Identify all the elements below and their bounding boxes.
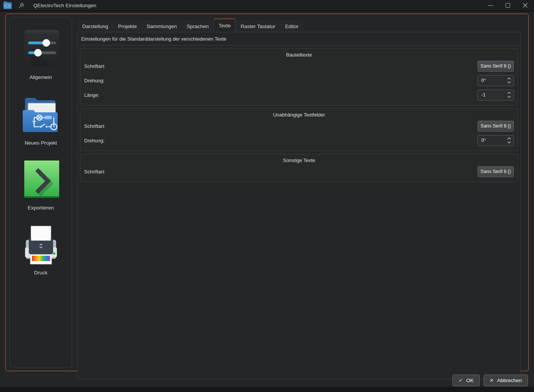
project-folder-icon bbox=[20, 95, 62, 136]
field-label: Schriftart: bbox=[84, 123, 105, 129]
sidebar-item-label: Exportieren bbox=[28, 205, 54, 211]
spinbox-value[interactable]: -1 bbox=[481, 92, 507, 98]
group-sonstige-texte: Sonstige Texte Schriftart: Sans Serif 8 … bbox=[80, 154, 518, 182]
sidebar-item-label: Allgemein bbox=[30, 74, 52, 80]
tab-darstellung[interactable]: Darstellung bbox=[77, 20, 113, 32]
font-select-button[interactable]: Sans Serif 8 () bbox=[477, 121, 514, 132]
row-drehung: Drehung: 0° bbox=[80, 133, 518, 148]
cancel-button[interactable]: ✕ Abbrechen bbox=[484, 375, 528, 386]
rotation-spinbox[interactable]: 0° bbox=[477, 135, 514, 146]
group-title: Sonstige Texte bbox=[80, 154, 518, 164]
sidebar: Allgemein bbox=[9, 17, 72, 368]
sidebar-item-neues-projekt[interactable]: Neues Projekt bbox=[10, 95, 72, 146]
sidebar-item-exportieren[interactable]: Exportieren bbox=[10, 160, 72, 211]
tab-editor[interactable]: Editor bbox=[280, 20, 303, 32]
close-icon bbox=[523, 3, 528, 8]
field-label: Länge: bbox=[84, 92, 99, 98]
export-chevron-icon bbox=[20, 160, 62, 201]
maximize-icon bbox=[506, 3, 510, 8]
up-down-chevrons-icon[interactable] bbox=[507, 137, 511, 144]
window-title: QElectroTech Einstellungen bbox=[33, 3, 96, 8]
tab-sammlungen[interactable]: Sammlungen bbox=[142, 20, 182, 32]
field-label: Drehung: bbox=[84, 138, 104, 143]
cancel-button-label: Abbrechen bbox=[497, 378, 522, 383]
field-label: Drehung: bbox=[84, 78, 104, 83]
minimize-button[interactable] bbox=[482, 0, 499, 11]
row-schriftart: Schriftart: Sans Serif 8 () bbox=[80, 59, 518, 73]
group-title: Bauteiltexte bbox=[80, 49, 518, 59]
ok-button-label: OK bbox=[466, 378, 474, 383]
group-unabhaengige-textfelder: Unabhängige Textfelder Schriftart: Sans … bbox=[80, 108, 518, 151]
field-label: Schriftart: bbox=[84, 63, 105, 69]
texte-tab-pane: Einstellungen für die Standarddarstellun… bbox=[77, 32, 521, 379]
pin-icon[interactable] bbox=[17, 2, 25, 9]
field-label: Schriftart: bbox=[84, 169, 105, 175]
up-down-chevrons-icon[interactable] bbox=[507, 91, 511, 98]
window-controls bbox=[482, 0, 534, 11]
sidebar-item-label: Neues Projekt bbox=[25, 140, 57, 146]
minimize-icon bbox=[488, 5, 493, 6]
tab-sprachen[interactable]: Sprachen bbox=[182, 20, 214, 32]
sidebar-item-druck[interactable]: Druck bbox=[10, 225, 72, 276]
settings-tabbar: Darstellung Projekte Sammlungen Sprachen… bbox=[77, 19, 525, 32]
dialog-footer: ✓ OK ✕ Abbrechen bbox=[452, 375, 528, 386]
close-button[interactable] bbox=[517, 0, 534, 11]
length-spinbox[interactable]: -1 bbox=[477, 90, 514, 101]
font-select-button[interactable]: Sans Serif 8 () bbox=[477, 61, 514, 72]
row-schriftart: Schriftart: Sans Serif 8 () bbox=[80, 119, 518, 133]
tab-projekte[interactable]: Projekte bbox=[113, 20, 142, 32]
printer-icon bbox=[20, 225, 62, 266]
titlebar: QElectroTech Einstellungen bbox=[0, 0, 534, 11]
window-bottom-edge bbox=[0, 387, 534, 392]
maximize-button[interactable] bbox=[499, 0, 517, 11]
settings-dialog-frame: Allgemein bbox=[5, 14, 529, 371]
header-separator bbox=[79, 45, 520, 46]
check-icon: ✓ bbox=[459, 378, 463, 383]
app-icon bbox=[3, 1, 12, 9]
font-select-button[interactable]: Sans Serif 8 () bbox=[477, 166, 514, 177]
spinbox-value[interactable]: 0° bbox=[481, 138, 507, 143]
spinbox-value[interactable]: 0° bbox=[481, 78, 507, 83]
sidebar-item-label: Druck bbox=[34, 270, 47, 276]
tab-texte[interactable]: Texte bbox=[214, 18, 236, 32]
row-laenge: Länge: -1 bbox=[80, 88, 518, 102]
ok-button[interactable]: ✓ OK bbox=[452, 375, 479, 386]
up-down-chevrons-icon[interactable] bbox=[507, 77, 511, 84]
row-schriftart: Schriftart: Sans Serif 8 () bbox=[80, 164, 518, 179]
pane-description: Einstellungen für die Standarddarstellun… bbox=[78, 32, 520, 45]
group-bauteiltexte: Bauteiltexte Schriftart: Sans Serif 8 ()… bbox=[80, 48, 518, 105]
sliders-icon bbox=[20, 29, 62, 70]
x-icon: ✕ bbox=[490, 378, 494, 383]
tab-raster-tastatur[interactable]: Raster Tastatur bbox=[236, 20, 280, 32]
sidebar-item-allgemein[interactable]: Allgemein bbox=[10, 29, 72, 80]
rotation-spinbox[interactable]: 0° bbox=[477, 75, 514, 86]
group-title: Unabhängige Textfelder bbox=[80, 109, 518, 119]
row-drehung: Drehung: 0° bbox=[80, 73, 518, 88]
